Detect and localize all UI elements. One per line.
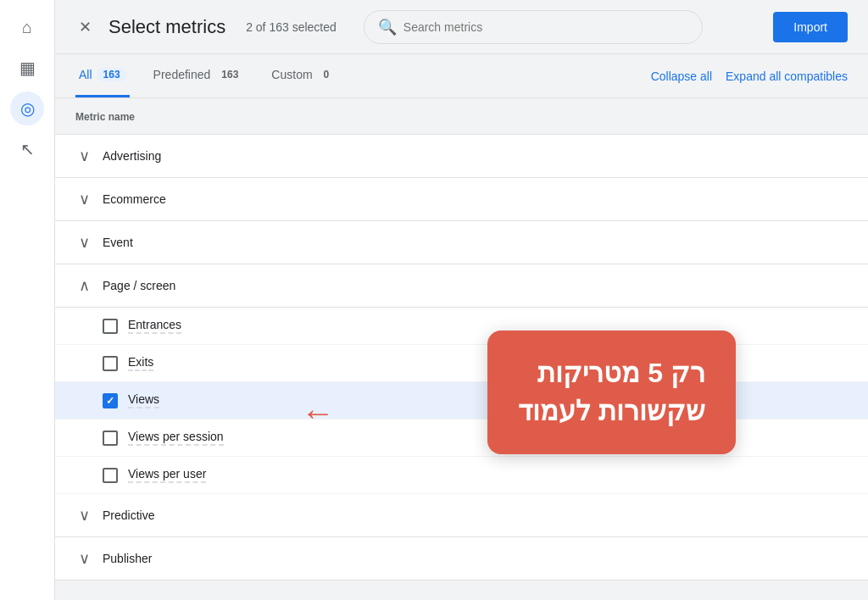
sidebar: ⌂ ▦ ◎ ↖ [0, 0, 55, 600]
sidebar-chart-icon[interactable]: ▦ [10, 51, 44, 85]
category-event-label: Event [103, 236, 133, 249]
category-page-screen[interactable]: ∧ Page / screen [55, 264, 868, 308]
checkbox-views-per-user[interactable] [103, 468, 118, 483]
category-page-screen-label: Page / screen [103, 279, 175, 292]
search-box: 🔍 [364, 10, 703, 44]
annotation-arrow: → [301, 394, 335, 432]
tab-predefined-label: Predefined [153, 68, 211, 81]
collapse-all-button[interactable]: Collapse all [651, 69, 712, 83]
metric-row-views[interactable]: Views [55, 382, 868, 419]
search-icon: 🔍 [378, 18, 397, 36]
category-ecommerce[interactable]: ∨ Ecommerce [55, 178, 868, 221]
category-event[interactable]: ∨ Event [55, 221, 868, 264]
metric-row-entrances[interactable]: Entrances [55, 308, 868, 345]
tab-custom[interactable]: Custom 0 [268, 54, 338, 97]
table-header: Metric name [55, 98, 868, 135]
chevron-down-icon: ∨ [75, 190, 92, 208]
selection-count: 2 of 163 selected [246, 20, 337, 34]
metric-views-per-user-label: Views per user [128, 467, 206, 483]
sidebar-home-icon[interactable]: ⌂ [10, 10, 44, 44]
category-advertising[interactable]: ∨ Advertising [55, 135, 868, 178]
annotation-line2: שקשורות לעמוד [518, 392, 705, 431]
sidebar-cursor-icon[interactable]: ↖ [10, 132, 44, 166]
checkbox-exits[interactable] [103, 356, 118, 371]
metric-views-per-session-label: Views per session [128, 430, 224, 446]
metric-row-exits[interactable]: Exits [55, 345, 868, 382]
tab-predefined[interactable]: Predefined 163 [150, 54, 248, 97]
chevron-down-icon: ∨ [75, 549, 92, 568]
checkbox-views-per-session[interactable] [103, 431, 118, 446]
chevron-down-icon: ∨ [75, 233, 92, 252]
tabs-bar: All 163 Predefined 163 Custom 0 Collapse… [55, 54, 868, 98]
category-publisher[interactable]: ∨ Publisher [55, 537, 868, 581]
expand-all-compatibles-button[interactable]: Expand all compatibles [726, 69, 848, 83]
tab-all-label: All [79, 68, 92, 81]
sidebar-target-icon[interactable]: ◎ [10, 92, 44, 125]
chevron-up-icon: ∧ [75, 276, 92, 295]
column-header-metric-name: Metric name [75, 111, 135, 123]
tab-all-badge: 163 [97, 68, 126, 81]
metric-exits-label: Exits [128, 355, 153, 371]
close-button[interactable]: ✕ [75, 14, 95, 40]
main-panel: ✕ Select metrics 2 of 163 selected 🔍 Imp… [55, 0, 868, 600]
metric-entrances-label: Entrances [128, 318, 181, 334]
metric-row-views-per-session[interactable]: Views per session [55, 419, 868, 457]
category-predictive-label: Predictive [103, 508, 154, 522]
page-title: Select metrics [108, 16, 225, 38]
category-advertising-label: Advertising [103, 149, 161, 163]
search-input[interactable] [403, 20, 688, 34]
category-predictive[interactable]: ∨ Predictive [55, 494, 868, 537]
chevron-down-icon: ∨ [75, 506, 92, 525]
tab-actions: Collapse all Expand all compatibles [651, 69, 848, 83]
category-publisher-label: Publisher [103, 552, 152, 565]
annotation-tooltip: רק 5 מטריקות שקשורות לעמוד [487, 331, 736, 454]
import-button[interactable]: Import [773, 12, 848, 42]
checkbox-entrances[interactable] [103, 319, 118, 334]
metric-views-label: Views [128, 392, 159, 408]
tab-all[interactable]: All 163 [75, 54, 130, 97]
tab-custom-badge: 0 [318, 68, 336, 81]
tab-custom-label: Custom [271, 68, 312, 81]
tab-predefined-badge: 163 [215, 68, 244, 81]
header: ✕ Select metrics 2 of 163 selected 🔍 Imp… [55, 0, 868, 54]
category-ecommerce-label: Ecommerce [103, 192, 166, 206]
annotation-line1: רק 5 מטריקות [518, 354, 705, 392]
metric-row-views-per-user[interactable]: Views per user [55, 457, 868, 494]
checkbox-views[interactable] [103, 393, 118, 408]
metrics-table: Metric name ∨ Advertising ∨ Ecommerce ∨ … [55, 98, 868, 600]
chevron-down-icon: ∨ [75, 147, 92, 165]
